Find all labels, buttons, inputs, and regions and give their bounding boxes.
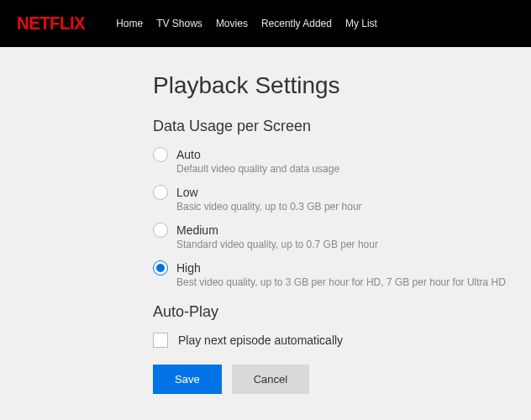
radio-desc: Best video quality, up to 3 GB per hour … [176,276,506,288]
nav-tvshows[interactable]: TV Shows [156,18,202,29]
radio-option-low[interactable]: Low Basic video quality, up to 0.3 GB pe… [153,185,531,213]
header: NETFLIX Home TV Shows Movies Recently Ad… [0,0,531,47]
radio-label-wrap: High Best video quality, up to 3 GB per … [176,260,506,288]
radio-label: High [176,260,506,276]
cancel-button[interactable]: Cancel [232,365,309,394]
radio-desc: Default video quality and data usage [176,163,339,175]
nav-recently-added[interactable]: Recently Added [261,18,332,29]
content: Playback Settings Data Usage per Screen … [0,47,531,394]
data-usage-radio-group: Auto Default video quality and data usag… [153,147,531,288]
nav-movies[interactable]: Movies [216,18,248,29]
radio-icon-selected [153,260,168,276]
radio-option-high[interactable]: High Best video quality, up to 3 GB per … [153,260,531,288]
radio-option-auto[interactable]: Auto Default video quality and data usag… [153,147,531,175]
page-title: Playback Settings [153,72,531,99]
radio-icon [153,223,168,238]
netflix-logo[interactable]: NETFLIX [17,13,85,34]
radio-label: Medium [176,223,378,238]
radio-desc: Standard video quality, up to 0.7 GB per… [176,239,378,250]
radio-label-wrap: Auto Default video quality and data usag… [176,147,339,175]
radio-label-wrap: Medium Standard video quality, up to 0.7… [176,223,378,250]
radio-icon [153,147,168,162]
radio-dot-icon [156,264,165,272]
radio-icon [153,185,168,200]
button-row: Save Cancel [153,365,531,394]
radio-option-medium[interactable]: Medium Standard video quality, up to 0.7… [153,223,531,250]
radio-label: Auto [176,147,339,162]
autoplay-checkbox-label: Play next episode automatically [178,333,343,347]
radio-label: Low [176,185,362,200]
data-usage-section-title: Data Usage per Screen [153,118,531,135]
nav-home[interactable]: Home [116,18,143,29]
save-button[interactable]: Save [153,365,222,394]
autoplay-checkbox-row[interactable]: Play next episode automatically [153,333,531,348]
nav-mylist[interactable]: My List [345,18,377,29]
main-nav: Home TV Shows Movies Recently Added My L… [116,18,377,29]
checkbox-icon [153,333,168,348]
autoplay-section-title: Auto-Play [153,303,531,321]
radio-desc: Basic video quality, up to 0.3 GB per ho… [176,201,362,213]
radio-label-wrap: Low Basic video quality, up to 0.3 GB pe… [176,185,362,213]
